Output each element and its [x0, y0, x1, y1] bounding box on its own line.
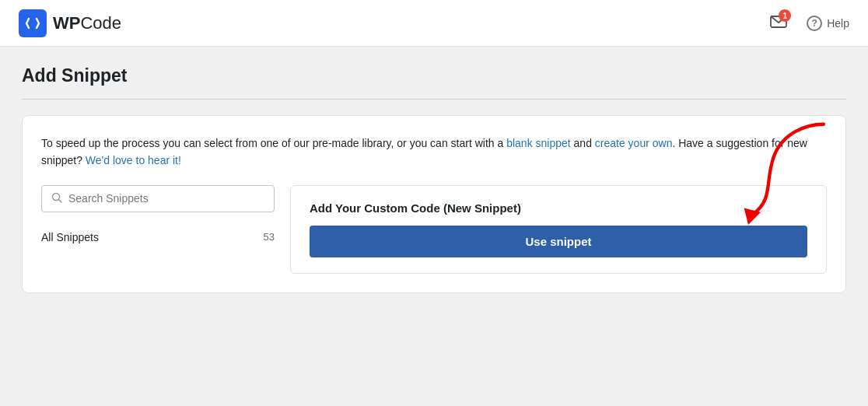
notification-badge: 1 [779, 9, 791, 22]
all-snippets-row: All Snippets 53 [41, 228, 275, 247]
all-snippets-label: All Snippets [41, 231, 99, 243]
info-text: To speed up the process you can select f… [41, 135, 827, 170]
suggestion-link[interactable]: We'd love to hear it! [86, 154, 181, 166]
divider [22, 99, 846, 100]
help-label: Help [827, 17, 849, 30]
info-text-part2: and [571, 137, 595, 149]
page-title: Add Snippet [22, 65, 846, 86]
notification-button[interactable]: 1 [766, 9, 791, 37]
help-icon: ? [807, 16, 822, 31]
blank-snippet-link[interactable]: blank snippet [506, 137, 571, 149]
page-content: Add Snippet To speed up the process you … [0, 47, 868, 312]
content-row: All Snippets 53 Add Your Custom Code (Ne… [41, 185, 827, 274]
header: WPCode 1 ? Help [0, 0, 868, 47]
logo-icon [19, 9, 47, 37]
header-right: 1 ? Help [766, 9, 849, 37]
all-snippets-count: 53 [264, 231, 275, 243]
search-icon [51, 192, 62, 205]
logo: WPCode [19, 9, 121, 37]
create-your-own-link[interactable]: create your own [595, 137, 673, 149]
right-panel: Add Your Custom Code (New Snippet) Use s… [290, 185, 827, 274]
left-panel: All Snippets 53 [41, 185, 275, 247]
search-box [41, 185, 275, 212]
svg-line-2 [59, 199, 62, 202]
logo-text: WPCode [53, 13, 121, 33]
snippet-card: Add Your Custom Code (New Snippet) Use s… [290, 185, 827, 274]
search-input[interactable] [68, 192, 264, 205]
snippet-card-title: Add Your Custom Code (New Snippet) [310, 201, 807, 215]
main-card: To speed up the process you can select f… [22, 115, 846, 293]
help-button[interactable]: ? Help [807, 16, 849, 31]
use-snippet-button[interactable]: Use snippet [310, 226, 807, 257]
info-text-part1: To speed up the process you can select f… [41, 137, 506, 149]
